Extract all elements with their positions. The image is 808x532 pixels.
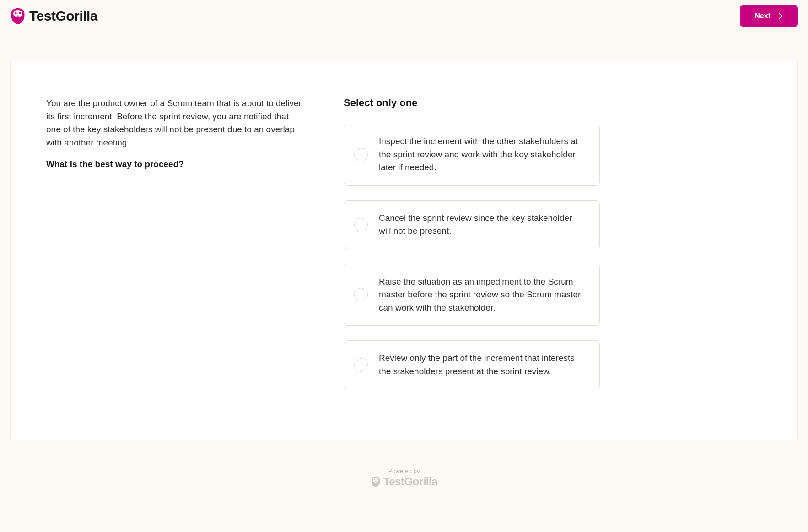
arrow-right-icon	[775, 12, 783, 20]
brand-logo: TestGorilla	[10, 7, 97, 25]
brand-name: TestGorilla	[29, 8, 97, 24]
answer-option-2[interactable]: Cancel the sprint review since the key s…	[344, 200, 600, 249]
svg-point-1	[15, 12, 16, 14]
footer-brand-name: TestGorilla	[383, 475, 437, 488]
answer-text: Inspect the increment with the other sta…	[379, 135, 587, 174]
next-button[interactable]: Next	[740, 5, 798, 27]
svg-point-7	[376, 479, 377, 481]
question-prompt: What is the best way to proceed?	[46, 159, 302, 169]
answers-heading: Select only one	[344, 97, 600, 109]
header: TestGorilla Next	[0, 0, 808, 32]
answer-option-4[interactable]: Review only the part of the increment th…	[344, 340, 600, 389]
radio-icon	[354, 148, 368, 161]
answer-text: Raise the situation as an impediment to …	[379, 275, 587, 315]
question-card: You are the product owner of a Scrum tea…	[10, 61, 798, 440]
answers-column: Select only one Inspect the increment wi…	[344, 97, 600, 404]
answer-option-1[interactable]: Inspect the increment with the other sta…	[344, 124, 600, 186]
answer-text: Review only the part of the increment th…	[379, 352, 587, 378]
answer-option-3[interactable]: Raise the situation as an impediment to …	[344, 264, 600, 326]
radio-icon	[354, 358, 368, 372]
footer: Powered by TestGorilla	[0, 440, 808, 532]
gorilla-icon	[371, 476, 381, 488]
question-scenario: You are the product owner of a Scrum tea…	[46, 97, 302, 149]
radio-icon	[354, 288, 368, 301]
powered-by-label: Powered by	[0, 468, 808, 474]
svg-point-6	[374, 479, 375, 481]
svg-point-2	[19, 12, 21, 14]
footer-brand-logo: TestGorilla	[371, 475, 437, 488]
answer-text: Cancel the sprint review since the key s…	[379, 212, 587, 238]
svg-point-8	[375, 481, 377, 482]
gorilla-icon	[10, 7, 26, 25]
svg-point-3	[16, 16, 20, 17]
next-button-label: Next	[754, 12, 770, 20]
radio-icon	[354, 218, 368, 231]
question-column: You are the product owner of a Scrum tea…	[46, 97, 302, 404]
